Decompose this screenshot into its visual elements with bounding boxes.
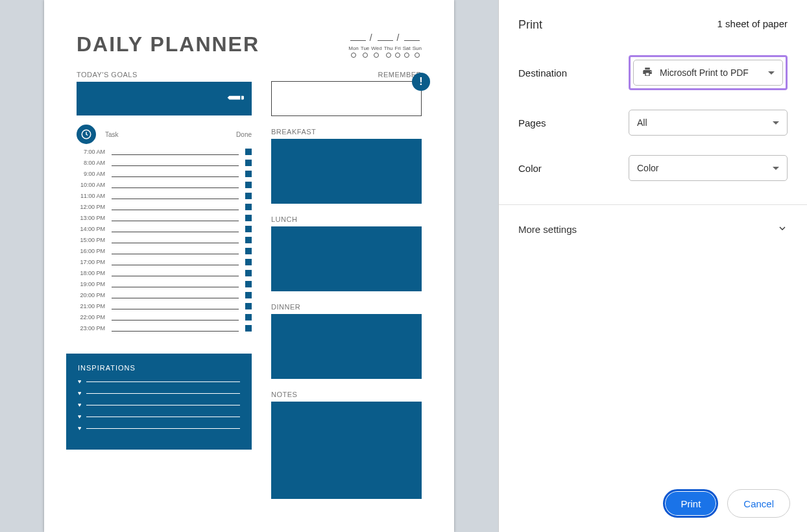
schedule-row: 8:00 AM <box>77 159 252 166</box>
time-label: 13:00 PM <box>77 215 105 221</box>
schedule-row: 11:00 AM <box>77 192 252 199</box>
time-label: 23:00 PM <box>77 325 105 332</box>
done-checkbox <box>245 248 252 254</box>
exclamation-icon: ! <box>412 73 430 91</box>
heart-icon: ♥ <box>78 378 81 385</box>
day-of-week: Fri <box>394 45 400 58</box>
day-of-week: Sat <box>403 45 411 58</box>
time-label: 8:00 AM <box>77 160 105 166</box>
color-select[interactable]: Color <box>629 155 788 181</box>
date-block: / / MonTueWedThuFriSatSun <box>348 32 422 58</box>
task-line <box>112 280 239 287</box>
print-panel: Print 1 sheet of paper Destination Micro… <box>498 0 807 532</box>
done-checkbox <box>245 237 252 243</box>
done-checkbox <box>245 314 252 320</box>
time-label: 21:00 PM <box>77 303 105 309</box>
task-line <box>112 225 239 232</box>
done-checkbox <box>245 281 252 287</box>
task-line <box>112 258 239 265</box>
time-label: 15:00 PM <box>77 237 105 243</box>
task-line <box>112 291 239 298</box>
task-line <box>112 302 239 309</box>
cancel-button[interactable]: Cancel <box>727 489 790 518</box>
done-checkbox <box>245 204 252 210</box>
print-preview-area: DAILY PLANNER / / MonTueWedThuFriSatSun … <box>0 0 498 532</box>
done-checkbox <box>245 182 252 188</box>
color-value: Color <box>637 163 766 173</box>
remember-box: ! <box>271 81 422 116</box>
task-line <box>112 236 239 243</box>
breakfast-label: BREAKFAST <box>271 128 422 136</box>
task-line <box>112 203 239 210</box>
caret-down-icon <box>773 121 779 125</box>
time-label: 7:00 AM <box>77 149 105 155</box>
planner-title: DAILY PLANNER <box>77 32 259 56</box>
time-label: 19:00 PM <box>77 281 105 287</box>
done-checkbox <box>245 226 252 232</box>
schedule-row: 9:00 AM <box>77 170 252 177</box>
day-of-week: Mon <box>348 45 359 58</box>
destination-label: Destination <box>518 67 629 79</box>
panel-title: Print <box>518 18 542 32</box>
schedule-row: 15:00 PM <box>77 236 252 243</box>
schedule-row: 19:00 PM <box>77 280 252 287</box>
time-label: 11:00 AM <box>77 193 105 199</box>
schedule-row: 18:00 PM <box>77 269 252 276</box>
schedule-row: 22:00 PM <box>77 313 252 320</box>
schedule-header: Task Done <box>77 125 252 144</box>
time-label: 18:00 PM <box>77 270 105 276</box>
breakfast-box <box>271 139 422 204</box>
done-checkbox <box>245 270 252 276</box>
done-checkbox <box>245 215 252 221</box>
more-settings-label: More settings <box>518 224 577 235</box>
schedule-row: 10:00 AM <box>77 181 252 188</box>
chevron-down-icon <box>777 223 788 236</box>
schedule-row: 14:00 PM <box>77 225 252 232</box>
heart-icon: ♥ <box>78 413 81 420</box>
schedule-row: 16:00 PM <box>77 247 252 254</box>
done-checkbox <box>245 160 252 166</box>
day-of-week: Thu <box>384 45 393 58</box>
schedule-row: 7:00 AM <box>77 148 252 155</box>
schedule-row: 17:00 PM <box>77 258 252 265</box>
time-label: 14:00 PM <box>77 226 105 232</box>
destination-value: Microsoft Print to PDF <box>660 67 762 78</box>
pages-select[interactable]: All <box>629 110 788 136</box>
done-checkbox <box>245 193 252 199</box>
done-header: Done <box>236 131 252 138</box>
task-line <box>112 269 239 276</box>
task-line <box>112 214 239 221</box>
print-button[interactable]: Print <box>663 489 718 518</box>
time-label: 12:00 PM <box>77 204 105 210</box>
caret-down-icon <box>773 167 779 170</box>
done-checkbox <box>245 259 252 265</box>
task-line <box>112 170 239 177</box>
heart-icon: ♥ <box>78 402 81 408</box>
task-header: Task <box>105 131 227 138</box>
divider <box>499 204 807 205</box>
task-line <box>112 247 239 254</box>
task-line <box>112 148 239 155</box>
destination-select[interactable]: Microsoft Print to PDF <box>633 60 783 86</box>
task-line <box>112 181 239 188</box>
color-label: Color <box>518 163 629 174</box>
document-page: DAILY PLANNER / / MonTueWedThuFriSatSun … <box>44 0 454 532</box>
schedule-list: 7:00 AM8:00 AM9:00 AM10:00 AM11:00 AM12:… <box>77 148 252 332</box>
task-line <box>112 324 239 332</box>
goals-box <box>77 82 252 115</box>
done-checkbox <box>245 292 252 298</box>
schedule-row: 13:00 PM <box>77 214 252 221</box>
heart-icon: ♥ <box>78 390 81 396</box>
heart-icon: ♥ <box>78 425 81 431</box>
more-settings-toggle[interactable]: More settings <box>518 218 788 241</box>
destination-highlight: Microsoft Print to PDF <box>629 55 788 90</box>
time-label: 16:00 PM <box>77 248 105 254</box>
caret-down-icon <box>768 71 775 75</box>
pages-value: All <box>637 117 766 128</box>
pages-label: Pages <box>518 117 629 128</box>
pencil-icon <box>223 86 248 112</box>
schedule-row: 12:00 PM <box>77 203 252 210</box>
time-label: 22:00 PM <box>77 314 105 320</box>
schedule-row: 20:00 PM <box>77 291 252 298</box>
dinner-box <box>271 314 422 379</box>
